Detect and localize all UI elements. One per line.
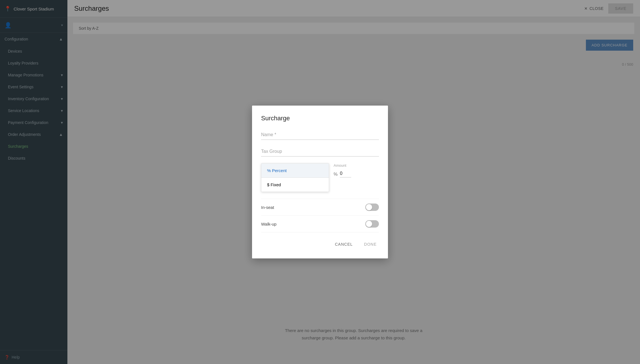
name-field <box>261 130 379 140</box>
surcharge-modal: Surcharge % Percent $ Fixed Amount % <box>252 106 388 258</box>
name-input[interactable] <box>261 130 379 140</box>
walk-up-toggle-row: Walk-up <box>261 215 379 232</box>
tax-group-field <box>261 147 379 157</box>
amount-row: % 0 <box>334 169 351 177</box>
amount-symbol: % <box>334 172 338 177</box>
dropdown-item-fixed[interactable]: $ Fixed <box>261 178 329 192</box>
fixed-option-label: $ Fixed <box>267 182 281 187</box>
amount-group: Amount % 0 <box>334 163 351 177</box>
type-amount-row: % Percent $ Fixed Amount % 0 <box>261 163 379 192</box>
tax-group-input[interactable] <box>261 147 379 157</box>
in-seat-label: In-seat <box>261 205 274 210</box>
cancel-button[interactable]: CANCEL <box>333 239 355 249</box>
in-seat-toggle[interactable] <box>365 204 379 211</box>
walk-up-label: Walk-up <box>261 222 276 226</box>
type-dropdown[interactable]: % Percent $ Fixed <box>261 163 329 192</box>
modal-footer: CANCEL DONE <box>261 232 379 249</box>
dropdown-item-percent[interactable]: % Percent <box>261 164 329 177</box>
modal-title: Surcharge <box>261 115 379 122</box>
modal-overlay[interactable]: Surcharge % Percent $ Fixed Amount % <box>0 0 640 364</box>
amount-value: 0 <box>340 171 351 177</box>
amount-label: Amount <box>334 163 351 168</box>
in-seat-toggle-row: In-seat <box>261 199 379 215</box>
percent-option-label: % Percent <box>267 168 287 173</box>
walk-up-toggle[interactable] <box>365 220 379 228</box>
done-button[interactable]: DONE <box>362 239 379 249</box>
